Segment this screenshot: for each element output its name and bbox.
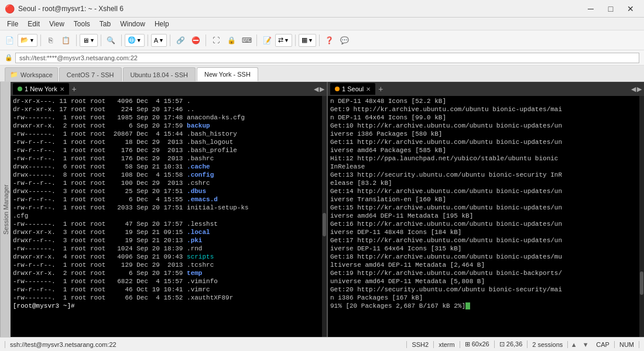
menu-edit[interactable]: Edit (23, 19, 44, 29)
term-tab-add-seoul[interactable]: + (375, 84, 386, 94)
term-line: Get:15 http://kr.archive.ubuntu.com/ubun… (330, 204, 642, 212)
term-scrollbar-newyork[interactable] (322, 96, 327, 337)
disconnect-button[interactable]: ⛔ (189, 33, 203, 47)
term-scrollbar-thumb-seoul (640, 271, 643, 295)
main-area: Session Manager 1 New York ✕ + ◀ ▶ dr-xr… (0, 82, 644, 337)
menu-window[interactable]: Window (115, 19, 150, 29)
scroll-down-button[interactable]: ▼ (580, 339, 591, 350)
term-tab-nav-seoul: ◀ ▶ (631, 85, 642, 93)
term-line: Hit:12 http://ppa.launchpad.net/yubico/s… (330, 154, 642, 163)
status-num: NUM (615, 341, 639, 348)
grid-icon: ⊞ (465, 340, 470, 347)
term-line: Get:17 http://kr.archive.ubuntu.com/ubun… (330, 236, 642, 245)
quick-connect-dropdown[interactable]: 🌐▼ (125, 34, 145, 47)
lock-button[interactable]: 🔒 (224, 33, 238, 47)
paste-button[interactable]: 📋 (59, 33, 73, 47)
terminal-content-seoul[interactable]: n DEP-11 48x48 Icons [52.2 kB] Get:9 htt… (328, 96, 644, 337)
menu-tools[interactable]: Tools (69, 19, 95, 29)
tab-newyork-label: New York - SSH (204, 71, 251, 78)
search-button[interactable]: 🔍 (104, 33, 118, 47)
term-line: elease [83.2 kB] (330, 179, 642, 187)
term-line: -rw-r--r--. 1 root root 6 Dec 4 15:55 .e… (13, 195, 324, 204)
term-tab-next-newyork[interactable]: ▶ (320, 85, 324, 93)
term-line: -rw-------. 1 root root 20867 Dec 4 15:4… (13, 130, 324, 138)
copy-button[interactable]: ⎘ (44, 33, 58, 47)
term-line: drwx------. 3 root root 25 Sep 20 17:51 … (13, 187, 324, 195)
term-line: n DEP-11 48x48 Icons [52.2 kB] (330, 97, 642, 105)
term-tab-close-seoul[interactable]: ✕ (366, 86, 371, 92)
close-button[interactable]: ✕ (622, 3, 639, 15)
tab-workspace-label: Workspace (20, 71, 53, 78)
address-input[interactable] (15, 53, 639, 63)
position-icon: ⊡ (499, 340, 505, 347)
status-sessions: 2 sessions (527, 341, 568, 348)
script-button[interactable]: 📝 (260, 33, 274, 47)
app-icon: 🔴 (5, 4, 15, 13)
term-tab-newyork[interactable]: 1 New York ✕ (13, 83, 69, 95)
menu-file[interactable]: File (2, 19, 23, 29)
reconnect-button[interactable]: 🔗 (173, 33, 187, 47)
tab-ubuntu-label: Ubuntu 18.04 - SSH (131, 71, 188, 78)
tab-workspace[interactable]: 📁 Workspace (5, 67, 58, 81)
term-scrollbar-seoul[interactable] (639, 96, 644, 337)
lock-icon: 🔒 (5, 54, 13, 61)
menu-help[interactable]: Help (150, 19, 174, 29)
open-dropdown[interactable]: 📂▼ (18, 34, 37, 47)
term-line: 91% [20 Packages 2,687 B/167 kB 2%] (330, 302, 642, 310)
tab-newyork[interactable]: New York - SSH (197, 67, 258, 81)
term-tab-prev-newyork[interactable]: ◀ (314, 85, 318, 93)
term-line: -rw-r--r--. 1 root root 18 Dec 29 2013 .… (13, 138, 324, 146)
term-tab-prev-seoul[interactable]: ◀ (631, 85, 636, 93)
transfer-dropdown[interactable]: ⇄▼ (275, 34, 292, 47)
tab-centos[interactable]: CentOS 7 - SSH (59, 67, 122, 81)
term-tab-bar-seoul: 1 Seoul ✕ + ◀ ▶ (328, 82, 644, 96)
term-tab-seoul-label: 1 Seoul (342, 85, 364, 92)
term-tab-bar-newyork: 1 New York ✕ + ◀ ▶ (11, 82, 327, 96)
scroll-up-button[interactable]: ▲ (568, 339, 580, 350)
term-line: iverse i386 Packages [580 kB] (330, 130, 642, 138)
window-controls: ─ □ ✕ (582, 3, 639, 15)
chat-button[interactable]: 💬 (338, 33, 352, 47)
term-line: n i386 Packages [167 kB] (330, 294, 642, 302)
term-tab-newyork-label: 1 New York (25, 85, 57, 92)
tab-centos-label: CentOS 7 - SSH (67, 71, 114, 78)
term-line: -rw-------. 1 root root 1985 Sep 20 17:4… (13, 113, 324, 122)
term-line: Get:9 http://kr.archive.ubuntu.com/ubunt… (330, 105, 642, 113)
toolbar: 📄 📂▼ ⎘ 📋 🖥▼ 🔍 🌐▼ A▼ 🔗 ⛔ ⛶ 🔒 ⌨ 📝 ⇄▼ ▦▼ ❓ … (0, 30, 644, 50)
menu-view[interactable]: View (44, 19, 69, 29)
term-line: .cfg (13, 212, 324, 220)
keyboard-button[interactable]: ⌨ (239, 33, 254, 47)
terminal-content-newyork[interactable]: dr-xr-x---. 11 root root 4096 Dec 4 15:5… (11, 96, 327, 337)
term-line: Get:19 http://kr.archive.ubuntu.com/ubun… (330, 269, 642, 277)
term-line: -rw-r--r--. 1 root root 2033 Sep 20 17:5… (13, 204, 324, 212)
status-protocol: SSH2 (407, 341, 434, 348)
toolbar-separator-1 (40, 35, 41, 46)
new-session-button[interactable]: 📄 (2, 33, 16, 47)
term-line: -rw-r--r--. 1 root root 46 Oct 19 10:41 … (13, 285, 324, 294)
term-line: drwx------. 8 root root 108 Dec 4 15:58 … (13, 171, 324, 179)
tab-ubuntu[interactable]: Ubuntu 18.04 - SSH (123, 67, 196, 81)
help-button[interactable]: ❓ (323, 33, 337, 47)
status-bar: ssh://test@mysvr3.netsarang.com:22 SSH2 … (0, 337, 644, 351)
session-dropdown[interactable]: 🖥▼ (80, 34, 98, 47)
term-line: -rw-r--r--. 1 root root 100 Dec 29 2013 … (13, 179, 324, 187)
font-dropdown[interactable]: A▼ (151, 34, 167, 47)
status-position: ⊡ 26,36 (495, 340, 528, 348)
menu-tab[interactable]: Tab (95, 19, 115, 29)
term-tab-seoul[interactable]: 1 Seoul ✕ (330, 83, 375, 95)
term-line: drwxr-xr-x. 4 root root 4096 Sep 21 09:4… (13, 253, 324, 261)
toolbar-separator-6 (170, 35, 170, 46)
term-line: Get:14 http://kr.archive.ubuntu.com/ubun… (330, 187, 642, 195)
minimize-button[interactable]: ─ (582, 3, 600, 15)
session-manager: Session Manager (0, 82, 11, 337)
term-line: Get:16 http://kr.archive.ubuntu.com/ubun… (330, 220, 642, 228)
toolbar-separator-5 (148, 35, 148, 46)
term-tab-add-newyork[interactable]: + (69, 84, 80, 94)
term-line: iverse DEP-11 64x64 Icons [315 kB] (330, 245, 642, 253)
maximize-button[interactable]: □ (602, 3, 619, 15)
fullscreen-button[interactable]: ⛶ (209, 33, 223, 47)
layout-dropdown[interactable]: ▦▼ (299, 34, 316, 47)
term-tab-close-newyork[interactable]: ✕ (60, 86, 64, 92)
term-tab-next-seoul[interactable]: ▶ (637, 85, 642, 93)
term-line: iverse DEP-11 48x48 Icons [184 kB] (330, 228, 642, 236)
